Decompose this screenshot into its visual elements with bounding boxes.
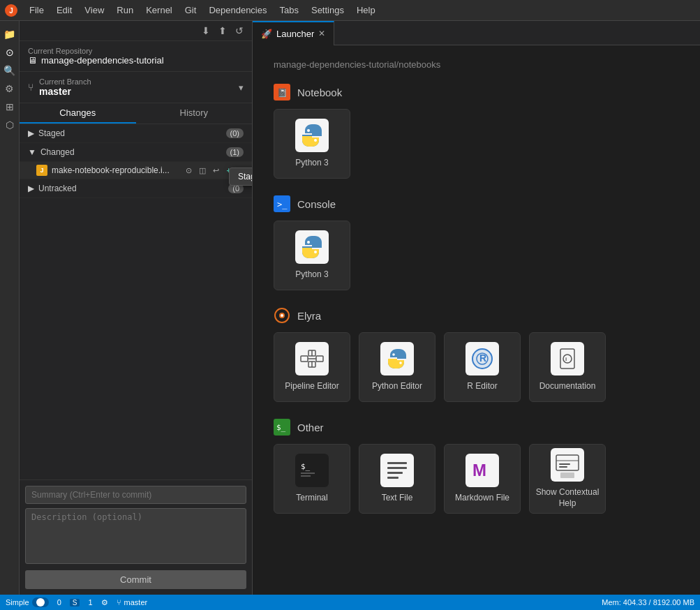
staged-label: Staged bbox=[38, 128, 65, 138]
close-tab-button[interactable]: ✕ bbox=[318, 29, 325, 38]
elyra-section-text: Elyra bbox=[297, 310, 321, 322]
s-badge: S bbox=[70, 599, 80, 607]
svg-rect-52 bbox=[560, 473, 574, 478]
right-panel: 🚀 Launcher ✕ manage-dependencies-tutoria… bbox=[253, 21, 700, 595]
commit-button[interactable]: Commit bbox=[25, 570, 246, 589]
status-settings-icon[interactable]: ⚙ bbox=[101, 598, 108, 607]
commit-description-input[interactable] bbox=[25, 508, 246, 564]
svg-point-23 bbox=[392, 353, 395, 356]
menu-run[interactable]: Run bbox=[111, 3, 139, 17]
discard-button[interactable]: ↩ bbox=[211, 165, 221, 176]
puzzle-icon[interactable]: ⬡ bbox=[2, 117, 17, 133]
menu-view[interactable]: View bbox=[79, 3, 110, 17]
notebook-python3-label: Python 3 bbox=[295, 158, 328, 169]
memory-usage: Mem: 404.33 / 8192.00 MB bbox=[602, 598, 694, 607]
svg-rect-41 bbox=[387, 462, 407, 464]
changes-list: ▶ Staged (0) ▼ Changed (1) J make-notebo… bbox=[20, 124, 252, 479]
other-icon: $_ bbox=[274, 419, 290, 436]
markdown-file-card[interactable]: M Markdown File bbox=[444, 444, 521, 514]
staged-section-header[interactable]: ▶ Staged (0) bbox=[20, 124, 252, 143]
svg-point-5 bbox=[307, 129, 310, 132]
menu-git[interactable]: Git bbox=[179, 3, 202, 17]
contextual-help-icon bbox=[551, 448, 584, 482]
branch-icon: ⑂ bbox=[28, 82, 33, 93]
menu-dependencies[interactable]: Dependencies bbox=[203, 3, 272, 17]
chevron-right-icon2: ▶ bbox=[28, 184, 34, 193]
svg-point-24 bbox=[399, 362, 402, 364]
console-section-label: >_ Console bbox=[274, 195, 679, 212]
svg-point-13 bbox=[281, 314, 283, 317]
menu-tabs[interactable]: Tabs bbox=[274, 3, 304, 17]
activity-bar: 📁 ⊙ 🔍 ⚙ ⊞ ⬡ bbox=[0, 21, 20, 595]
tab-history[interactable]: History bbox=[136, 103, 253, 124]
repo-name: 🖥 manage-dependencies-tutorial bbox=[28, 55, 244, 66]
simple-mode[interactable]: Simple bbox=[6, 597, 49, 607]
branch-dropdown-icon[interactable]: ▾ bbox=[239, 82, 244, 93]
svg-rect-39 bbox=[301, 475, 311, 477]
git-icon[interactable]: ⊙ bbox=[2, 45, 17, 60]
menu-file[interactable]: File bbox=[24, 3, 50, 17]
contextual-help-card[interactable]: Show Contextual Help bbox=[529, 444, 606, 514]
launcher-tab[interactable]: 🚀 Launcher ✕ bbox=[253, 21, 334, 45]
elyra-cards: Pipeline Editor Python Editor bbox=[274, 332, 679, 402]
app-logo: J bbox=[4, 3, 18, 17]
python-editor-card[interactable]: Python Editor bbox=[359, 332, 435, 402]
elyra-section-label: Elyra bbox=[274, 307, 679, 324]
svg-point-11 bbox=[314, 251, 317, 253]
push-button[interactable]: ⬆ bbox=[216, 24, 230, 38]
notebook-python3-card[interactable]: Python 3 bbox=[274, 109, 350, 179]
commit-summary-input[interactable] bbox=[25, 486, 246, 504]
python-editor-label: Python Editor bbox=[372, 381, 422, 392]
computer-icon: 🖥 bbox=[28, 55, 37, 66]
status-one[interactable]: 1 bbox=[88, 598, 92, 607]
contextual-help-label: Show Contextual Help bbox=[535, 487, 600, 509]
text-file-card[interactable]: Text File bbox=[359, 444, 435, 514]
changes-history-tabs: Changes History bbox=[20, 103, 252, 124]
untracked-section-header[interactable]: ▶ Untracked (0 bbox=[20, 179, 252, 198]
table-icon[interactable]: ⊞ bbox=[2, 99, 17, 114]
menu-kernel[interactable]: Kernel bbox=[140, 3, 178, 17]
diff-button[interactable]: ◫ bbox=[197, 165, 208, 176]
notebook-cards: Python 3 bbox=[274, 109, 679, 179]
console-icon: >_ bbox=[274, 195, 290, 212]
panel-toolbar: ⬇ ⬆ ↺ bbox=[20, 21, 252, 41]
files-icon[interactable]: 📁 bbox=[2, 27, 17, 42]
changed-label: Changed bbox=[40, 147, 75, 157]
open-file-button[interactable]: ⊙ bbox=[184, 165, 194, 176]
other-section-text: Other bbox=[297, 422, 324, 433]
pipeline-editor-label: Pipeline Editor bbox=[285, 381, 338, 392]
git-panel: ⬇ ⬆ ↺ Current Repository 🖥 manage-depend… bbox=[20, 21, 253, 595]
refresh-button[interactable]: ↺ bbox=[232, 24, 246, 38]
search-icon[interactable]: 🔍 bbox=[2, 63, 17, 78]
svg-rect-40 bbox=[380, 454, 414, 487]
r-editor-card[interactable]: R R Editor bbox=[444, 332, 521, 402]
status-zero[interactable]: 0 bbox=[57, 598, 61, 607]
svg-point-10 bbox=[307, 241, 310, 244]
menu-help[interactable]: Help bbox=[351, 3, 381, 17]
documentation-card[interactable]: i Documentation bbox=[529, 332, 606, 402]
extensions-icon[interactable]: ⚙ bbox=[2, 81, 17, 96]
mode-toggle[interactable] bbox=[32, 597, 49, 607]
markdown-file-label: Markdown File bbox=[455, 493, 509, 504]
branch-name: master bbox=[39, 86, 91, 97]
tab-changes[interactable]: Changes bbox=[20, 103, 136, 124]
menu-edit[interactable]: Edit bbox=[51, 3, 77, 17]
launcher-path: manage-dependencies-tutorial/notebooks bbox=[274, 59, 679, 70]
pull-button[interactable]: ⬇ bbox=[199, 24, 213, 38]
svg-rect-44 bbox=[387, 477, 399, 479]
status-branch[interactable]: ⑂ master bbox=[117, 598, 148, 607]
pipeline-editor-card[interactable]: Pipeline Editor bbox=[274, 332, 350, 402]
console-python3-card[interactable]: Python 3 bbox=[274, 221, 350, 290]
markdown-file-icon: M bbox=[466, 454, 499, 487]
status-s-icon[interactable]: S bbox=[70, 599, 80, 607]
menu-settings[interactable]: Settings bbox=[306, 3, 350, 17]
changed-section-header[interactable]: ▼ Changed (1) bbox=[20, 143, 252, 162]
changed-title: ▼ Changed bbox=[28, 147, 75, 157]
untracked-title: ▶ Untracked bbox=[28, 184, 77, 193]
text-file-label: Text File bbox=[382, 493, 413, 504]
status-bar: Simple 0 S 1 ⚙ ⑂ master Mem: 404.33 / 81… bbox=[0, 595, 700, 610]
svg-text:📓: 📓 bbox=[277, 87, 288, 98]
svg-text:i: i bbox=[565, 356, 567, 362]
commit-area: Commit bbox=[20, 479, 252, 595]
terminal-card[interactable]: $_ Terminal bbox=[274, 444, 350, 514]
